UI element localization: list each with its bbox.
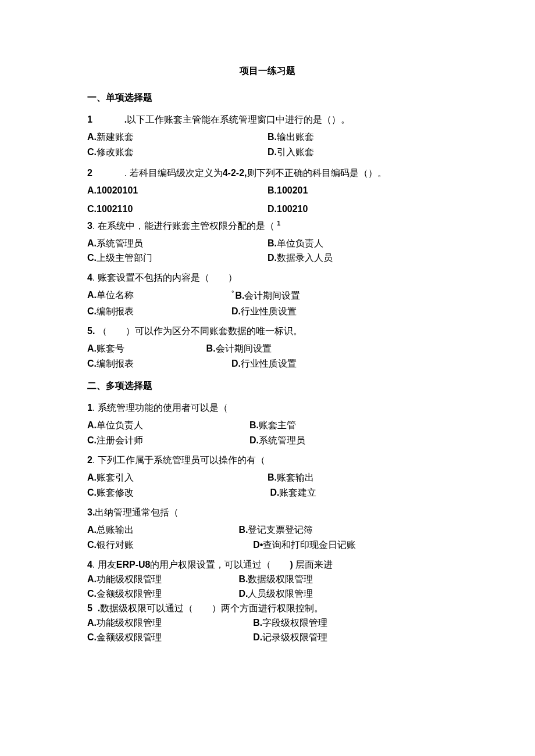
- q-number: 3.: [87, 507, 95, 517]
- option-row: C.金额级权限管理 D.记录级权限管理: [87, 630, 448, 644]
- opt-text: 金额级权限管理: [97, 632, 162, 642]
- erp-code: ERP-U8: [116, 560, 151, 569]
- option-d: D.100210: [268, 202, 448, 216]
- s1-q2-text: 2 . 若科目编码级次定义为4-2-2,则下列不正确的科目编码是（）。: [87, 166, 448, 180]
- opt-text: 输出账套: [277, 132, 314, 142]
- section-heading-2: 二、多项选择题: [87, 379, 448, 393]
- opt-text: 功能级权限管理: [97, 574, 162, 584]
- opt-text: 系统管理员: [259, 435, 305, 445]
- opt-letter: A.: [87, 420, 97, 430]
- option-row: A.账套引入 B.账套输出: [87, 471, 448, 485]
- s2-q1-text: 1. 系统管理功能的使用者可以是（: [87, 401, 448, 415]
- option-row: A.单位名称 °B.会计期间设置: [87, 288, 448, 303]
- opt-text: 会计期间设置: [216, 343, 272, 353]
- option-c: C.银行对账: [87, 538, 253, 552]
- opt-letter: A.: [87, 132, 97, 142]
- opt-letter: A.: [87, 185, 97, 195]
- s2-q5-text: 5 .数据级权限可以通过（ ）两个方面进行权限控制。: [87, 601, 448, 615]
- option-c: C.账套修改: [87, 486, 268, 500]
- option-b: B.登记支票登记簿: [238, 523, 448, 537]
- opt-letter: D.: [253, 632, 262, 642]
- opt-text: 数据录入人员: [277, 253, 333, 263]
- option-a: A.总账输出: [87, 523, 238, 537]
- s2-q3-text: 3.出纳管理通常包括（: [87, 506, 448, 519]
- q-body: . 在系统中，能进行账套主管权限分配的是（: [92, 221, 274, 231]
- opt-text: 金额级权限管理: [97, 589, 162, 599]
- opt-letter: A.: [87, 525, 97, 535]
- option-c: C.上级主管部门: [87, 251, 268, 265]
- opt-letter: C.: [87, 589, 97, 599]
- option-row: A.新建账套 B.输出账套: [87, 130, 448, 144]
- option-b: B.输出账套: [268, 130, 448, 144]
- opt-letter: C.: [87, 540, 97, 550]
- option-b: B.数据级权限管理: [238, 572, 448, 586]
- opt-letter: C.: [87, 632, 97, 642]
- opt-letter: C.: [87, 359, 97, 368]
- opt-letter: C.: [87, 147, 97, 157]
- q-number: 1: [87, 403, 92, 413]
- option-row: A.功能级权限管理 B.数据级权限管理: [87, 572, 448, 586]
- s2-q4-text: 4. 用友ERP-U8的用户权限设置，可以通过（ ) 层面来进: [87, 558, 448, 572]
- opt-letter: B.: [238, 574, 248, 584]
- opt-text: 人员级权限管理: [248, 589, 313, 599]
- opt-letter: B.: [253, 618, 262, 628]
- degree-mark: °: [231, 289, 234, 296]
- opt-letter: D.: [238, 589, 248, 599]
- opt-text: 单位名称: [97, 290, 134, 300]
- option-a: A.账套引入: [87, 471, 268, 485]
- opt-letter: D.: [231, 306, 241, 316]
- opt-letter: A.: [87, 472, 97, 482]
- q-body-a: . 用友: [92, 560, 116, 569]
- opt-letter: A.: [87, 618, 97, 628]
- opt-text: 注册会计师: [97, 435, 143, 445]
- option-c: C.1002110: [87, 202, 268, 216]
- option-b: °B.会计期间设置: [231, 288, 448, 303]
- option-a: A.单位名称: [87, 288, 231, 303]
- opt-text: 编制报表: [97, 359, 134, 368]
- opt-text: 1002110: [97, 204, 133, 214]
- q-body-a: . 若科目编码级次定义为: [124, 168, 223, 178]
- option-row: A.账套号 B.会计期间设置: [87, 342, 448, 356]
- option-c: C.编制报表: [87, 357, 231, 371]
- opt-letter: B.: [249, 420, 259, 430]
- option-b: B.字段级权限管理: [253, 616, 448, 630]
- opt-text: 账套号: [97, 343, 124, 353]
- option-a: A.功能级权限管理: [87, 572, 238, 586]
- opt-letter: D.: [268, 204, 277, 214]
- opt-letter: A.: [87, 238, 97, 248]
- option-c: C.注册会计师: [87, 433, 249, 447]
- q-number: 4: [87, 560, 92, 569]
- opt-letter: B.: [268, 472, 277, 482]
- opt-text: 账套引入: [97, 472, 134, 482]
- option-c: C.编制报表: [87, 304, 231, 318]
- q-body: . 系统管理功能的使用者可以是（: [92, 403, 228, 413]
- option-d: D.行业性质设置: [231, 357, 448, 371]
- option-d: D.系统管理员: [249, 433, 448, 447]
- opt-text: 账套建立: [279, 488, 316, 497]
- q-body: . 下列工作属于系统管理员可以操作的有（: [92, 455, 265, 465]
- option-row: A.系统管理员 B.单位负责人: [87, 237, 448, 250]
- opt-text: 账套修改: [97, 488, 134, 497]
- opt-letter: D.: [268, 253, 277, 263]
- option-b: B.账套输出: [268, 471, 448, 485]
- s2-q2-text: 2. 下列工作属于系统管理员可以操作的有（: [87, 453, 448, 467]
- opt-letter: C.: [87, 488, 97, 497]
- option-a: A.10020101: [87, 184, 268, 198]
- opt-text: 查询和打印现金日记账: [263, 540, 356, 550]
- opt-text: 10020101: [97, 185, 138, 195]
- opt-text: 100201: [277, 185, 308, 195]
- opt-text: 行业性质设置: [241, 306, 297, 316]
- opt-text: 单位负责人: [277, 238, 323, 248]
- option-row: C.修改账套 D.引入账套: [87, 145, 448, 159]
- option-row: A.功能级权限管理 B.字段级权限管理: [87, 616, 448, 630]
- option-a: A.账套号: [87, 342, 206, 356]
- option-c: C.金额级权限管理: [87, 630, 253, 644]
- q-number: 5: [87, 603, 92, 613]
- option-a: A.新建账套: [87, 130, 268, 144]
- page: 项目一练习题 一、单项选择题 1 .以下工作账套主管能在系统管理窗口中进行的是（…: [0, 0, 535, 756]
- option-b: B.账套主管: [249, 418, 448, 432]
- option-row: A.10020101 B.100201: [87, 184, 448, 198]
- opt-letter: B.: [235, 291, 244, 301]
- opt-text: 登记支票登记簿: [248, 525, 313, 535]
- opt-letter: B.: [206, 343, 216, 353]
